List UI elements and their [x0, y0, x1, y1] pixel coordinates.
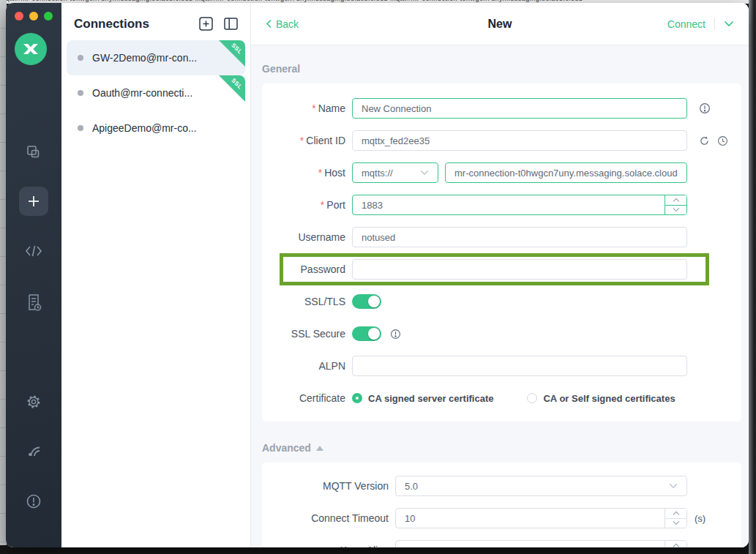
keep-alive-increment-button[interactable]	[665, 541, 686, 547]
mqtt-version-label: MQTT Version	[323, 480, 389, 492]
info-icon[interactable]	[390, 329, 401, 340]
mqtt-version-select[interactable]: 5.0	[395, 476, 687, 496]
radio-self-signed-label: CA or Self signed certificates	[543, 393, 675, 404]
password-row: Password	[272, 253, 731, 285]
host-label: Host	[324, 167, 345, 179]
history-clock-icon[interactable]	[717, 135, 728, 146]
port-increment-button[interactable]	[665, 195, 686, 205]
script-icon[interactable]	[6, 243, 61, 259]
connection-status-dot	[78, 55, 83, 61]
connection-status-dot	[78, 90, 83, 96]
chevron-down-icon	[669, 483, 678, 489]
chevron-down-icon	[673, 520, 680, 525]
required-mark: *	[321, 199, 324, 211]
mqtt-version-value: 5.0	[405, 481, 669, 492]
name-input[interactable]	[352, 98, 687, 119]
close-window-button[interactable]	[15, 12, 23, 20]
connect-timeout-unit: (s)	[695, 513, 706, 524]
header-divider	[714, 18, 715, 29]
maximize-window-button[interactable]	[44, 12, 53, 20]
required-mark: *	[300, 135, 304, 146]
username-input[interactable]	[352, 227, 687, 247]
mqttx-app-window: Connections GW-2Demo@mr-con... SSL	[6, 3, 749, 547]
port-decrement-button[interactable]	[665, 205, 686, 215]
collapse-panel-icon[interactable]	[223, 16, 239, 31]
host-input[interactable]	[445, 162, 687, 183]
broadcast-icon[interactable]	[6, 442, 61, 460]
required-mark: *	[312, 102, 315, 114]
keep-alive-row: Keep Alive	[272, 534, 731, 547]
advanced-section-label[interactable]: Advanced	[262, 442, 741, 454]
chevron-left-icon	[266, 19, 272, 29]
alpn-input[interactable]	[352, 356, 687, 376]
mqttx-logo	[15, 33, 47, 65]
info-icon[interactable]	[699, 102, 711, 114]
radio-selected-icon	[352, 393, 362, 403]
ssl-tls-toggle[interactable]	[352, 294, 381, 309]
connect-button[interactable]: Connect	[667, 18, 706, 30]
chevron-up-icon	[673, 543, 680, 547]
connections-title: Connections	[74, 17, 198, 31]
connect-timeout-input[interactable]	[395, 508, 687, 528]
about-info-icon[interactable]	[6, 493, 61, 510]
port-input[interactable]	[352, 195, 687, 215]
ssl-tls-label: SSL/TLS	[304, 296, 345, 307]
port-label: Port	[326, 199, 345, 211]
back-button[interactable]: Back	[266, 18, 299, 30]
connect-timeout-row: Connect Timeout	[272, 502, 731, 534]
alpn-row: ALPN	[272, 350, 731, 382]
connection-item-apigeedemo[interactable]: ApigeeDemo@mr-co...	[67, 111, 245, 146]
settings-gear-icon[interactable]	[6, 393, 61, 411]
radio-ca-signed-label: CA signed server certificate	[368, 393, 493, 404]
advanced-card: MQTT Version 5.0 Connect Ti	[262, 463, 741, 547]
username-label: Username	[298, 231, 345, 243]
background-right-edge	[749, 0, 756, 554]
username-row: Username	[272, 221, 731, 253]
chevron-up-icon	[673, 511, 680, 516]
form-header: New Back Connect	[251, 3, 749, 45]
connections-header: Connections	[61, 3, 250, 40]
connection-item-gw2demo[interactable]: GW-2Demo@mr-con... SSL	[67, 40, 245, 75]
connection-name: GW-2Demo@mr-con...	[92, 52, 197, 64]
certificate-label: Certificate	[299, 392, 345, 404]
ssl-secure-label: SSL Secure	[291, 328, 345, 340]
host-protocol-select[interactable]: mqtts://	[352, 162, 438, 183]
traffic-lights	[15, 12, 53, 20]
ssl-secure-row: SSL Secure	[272, 318, 731, 350]
connection-item-oauth[interactable]: Oauth@mr-connecti... SSL	[67, 75, 245, 111]
keep-alive-input[interactable]	[395, 540, 687, 547]
refresh-icon[interactable]	[699, 135, 710, 146]
name-row: *Name	[272, 92, 731, 124]
log-icon[interactable]	[6, 293, 61, 312]
mqttx-logo-icon	[21, 40, 40, 59]
connections-panel: Connections GW-2Demo@mr-con... SSL	[61, 3, 251, 547]
collapse-triangle-icon	[316, 446, 323, 451]
connections-icon[interactable]	[6, 143, 61, 161]
client-id-row: *Client ID	[272, 124, 731, 157]
name-label: Name	[318, 102, 345, 114]
ssl-tls-row: SSL/TLS	[272, 285, 731, 318]
host-row: *Host mqtts://	[272, 157, 731, 189]
connection-name: Oauth@mr-connecti...	[92, 87, 192, 99]
connection-status-dot	[78, 125, 83, 131]
password-label: Password	[301, 263, 345, 275]
client-id-label: Client ID	[306, 135, 345, 146]
client-id-input[interactable]	[352, 130, 687, 151]
main-panel: New Back Connect General	[251, 3, 749, 547]
radio-ca-signed[interactable]: CA signed server certificate	[352, 393, 493, 404]
general-card: *Name *Client ID	[262, 83, 741, 422]
connect-timeout-increment-button[interactable]	[665, 509, 686, 518]
required-mark: *	[318, 167, 322, 179]
new-connection-button[interactable]	[19, 187, 48, 216]
chevron-down-icon	[420, 170, 429, 176]
connection-name: ApigeeDemo@mr-co...	[92, 122, 197, 134]
chevron-down-icon[interactable]	[724, 20, 734, 27]
ssl-secure-toggle[interactable]	[352, 326, 381, 341]
minimize-window-button[interactable]	[29, 12, 38, 20]
add-connection-icon[interactable]	[198, 16, 214, 31]
host-protocol-value: mqtts://	[362, 168, 420, 179]
password-input[interactable]	[352, 259, 687, 280]
radio-self-signed[interactable]: CA or Self signed certificates	[527, 393, 675, 404]
mqtt-version-row: MQTT Version 5.0	[272, 470, 731, 502]
connect-timeout-decrement-button[interactable]	[665, 518, 686, 528]
